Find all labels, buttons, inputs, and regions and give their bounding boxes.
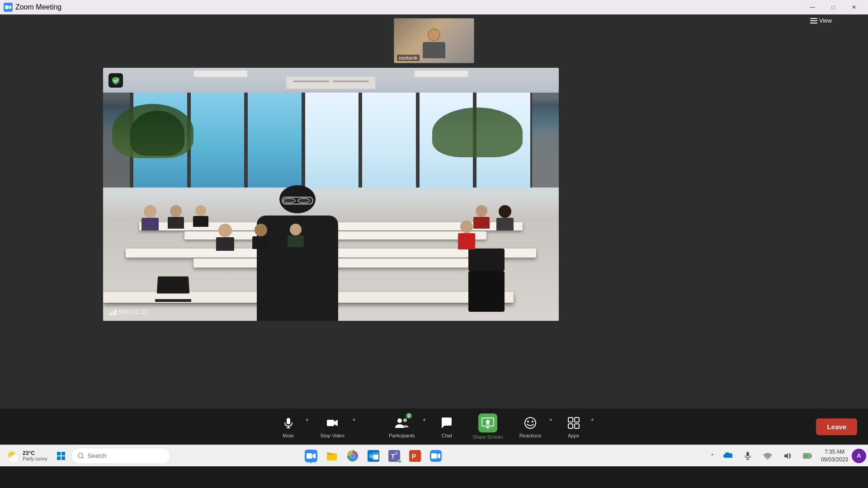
apps-control-group: Apps ▲ [558, 412, 596, 441]
window-controls: — □ ✕ [802, 0, 864, 14]
svg-point-17 [525, 418, 536, 428]
taskbar-outlook[interactable]: O [365, 448, 382, 464]
stop-video-button[interactable]: Stop Video [314, 412, 351, 441]
wifi-icon[interactable] [760, 448, 776, 464]
video-camera-icon [326, 418, 338, 428]
taskbar-zoom-app[interactable] [303, 448, 319, 464]
taskbar-chrome[interactable] [344, 448, 361, 464]
search-icon [78, 453, 84, 459]
main-video-feed: SYD LC 11 [103, 68, 559, 321]
reactions-button[interactable]: Reactions [513, 412, 548, 441]
taskbar-teams[interactable]: T T [386, 448, 402, 464]
taskbar-apps: O T T P [301, 448, 446, 464]
svg-point-59 [767, 458, 768, 460]
svg-point-18 [527, 421, 529, 422]
clock-date: 09/03/2023 [821, 456, 848, 464]
taskbar-search[interactable]: Search [71, 448, 170, 464]
participants-button[interactable]: 2 Participants [382, 412, 421, 441]
apps-label: Apps [568, 433, 579, 438]
start-button[interactable] [52, 447, 70, 465]
onedrive-icon[interactable] [720, 448, 736, 464]
chat-button[interactable]: Chat [431, 412, 462, 441]
view-icon [810, 18, 817, 23]
svg-rect-6 [287, 418, 290, 424]
svg-marker-60 [784, 453, 788, 459]
svg-rect-27 [9, 458, 17, 461]
system-tray-expand[interactable]: ^ [707, 450, 718, 461]
participants-control-group: 2 Participants ▲ [382, 412, 427, 441]
svg-rect-28 [57, 452, 61, 455]
controls-bar: Mute ▲ Stop Video ▲ [0, 408, 868, 445]
svg-text:O: O [370, 455, 373, 459]
video-arrow[interactable]: ▲ [351, 416, 357, 422]
grid-icon [567, 417, 580, 429]
emoji-icon [524, 417, 537, 429]
teams-badge [398, 460, 401, 463]
title-bar-title: Zoom Meeting [15, 3, 61, 11]
clock-display[interactable]: 7:35 AM 09/03/2023 [817, 448, 852, 464]
taskbar-mic-icon[interactable] [740, 448, 756, 464]
svg-rect-38 [327, 453, 333, 455]
participants-label: Participants [389, 433, 415, 438]
svg-marker-35 [307, 453, 312, 459]
share-screen-button[interactable]: Share Screen [466, 411, 509, 442]
shield-check-icon [111, 76, 120, 85]
clock-time: 7:35 AM [825, 448, 844, 456]
svg-point-12 [403, 418, 407, 422]
profile-initial: A [857, 452, 861, 459]
mute-button[interactable]: Mute [273, 412, 304, 441]
chat-icon [439, 415, 455, 431]
mic-tray-icon [744, 451, 751, 460]
close-button[interactable]: ✕ [844, 0, 864, 14]
apps-button[interactable]: Apps [558, 412, 590, 441]
mute-label: Mute [283, 433, 293, 438]
stop-video-control-group: Stop Video ▲ [314, 412, 357, 441]
svg-rect-3 [810, 18, 817, 19]
weather-icon [5, 449, 20, 463]
leave-button[interactable]: Leave [816, 418, 857, 435]
meeting-area: View neelamk [0, 14, 868, 466]
svg-text:T: T [391, 453, 395, 460]
mute-icon [280, 415, 297, 431]
reactions-icon [522, 415, 538, 431]
stop-video-label: Stop Video [320, 433, 344, 438]
pip-username-label: neelamk [397, 55, 420, 61]
taskbar-powerpoint[interactable]: P [407, 448, 423, 464]
camera-icon [324, 415, 340, 431]
apps-arrow[interactable]: ▲ [590, 416, 596, 422]
folder-icon [326, 450, 338, 461]
cloud-icon [723, 452, 732, 460]
user-profile-badge[interactable]: A [852, 449, 866, 463]
svg-point-19 [532, 421, 533, 422]
location-label: SYD LC 11 [108, 309, 148, 315]
weather-widget[interactable]: 23°C Partly sunny [2, 447, 51, 465]
svg-rect-63 [811, 455, 811, 457]
svg-rect-29 [61, 452, 65, 455]
minimize-button[interactable]: — [802, 0, 823, 14]
battery-status-icon [803, 453, 812, 459]
mute-arrow[interactable]: ▲ [304, 416, 311, 422]
svg-rect-20 [568, 418, 573, 422]
signal-bars-icon [108, 309, 117, 315]
taskbar-zoom-running[interactable] [428, 448, 444, 464]
zoom-logo-icon [4, 3, 13, 12]
classroom-scene [103, 68, 559, 321]
reactions-arrow[interactable]: ▲ [548, 416, 554, 422]
view-button[interactable]: View [810, 17, 832, 24]
battery-icon[interactable] [799, 448, 816, 464]
svg-rect-30 [57, 456, 61, 460]
maximize-button[interactable]: □ [823, 0, 844, 14]
svg-rect-37 [327, 454, 337, 460]
security-badge [108, 73, 123, 88]
windows-logo-icon [57, 451, 66, 460]
taskbar-file-explorer[interactable] [324, 448, 340, 464]
participants-arrow[interactable]: ▲ [421, 416, 428, 422]
powerpoint-icon: P [409, 450, 421, 462]
apps-icon [566, 415, 582, 431]
participant-count-badge: 2 [406, 413, 412, 418]
volume-icon[interactable] [779, 448, 796, 464]
svg-marker-1 [5, 5, 9, 9]
svg-rect-22 [568, 424, 573, 428]
weather-info: 23°C Partly sunny [23, 450, 47, 461]
svg-marker-54 [431, 453, 437, 459]
